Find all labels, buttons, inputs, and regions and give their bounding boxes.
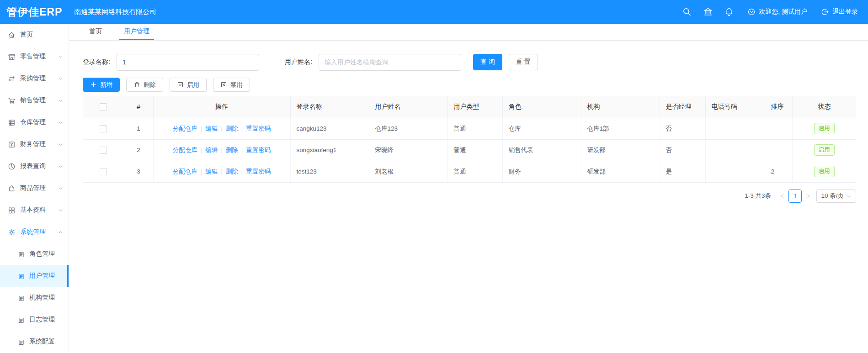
sidebar-item-6[interactable]: 财务管理 (0, 133, 69, 155)
sidebar-item-9[interactable]: 基本资料 (0, 199, 69, 221)
cell-is-manager: 是 (660, 161, 705, 182)
row-checkbox[interactable] (100, 125, 107, 132)
sidebar-item-8[interactable]: 商品管理 (0, 177, 69, 199)
sidebar-item-13[interactable]: 机构管理 (0, 287, 69, 309)
topbar: 管伊佳ERP 南通某某网络科技有限公司 欢迎您, 测试用户 退出登录 (0, 0, 868, 24)
tab-bar: 首页用户管理 (69, 24, 868, 41)
query-button[interactable]: 查 询 (473, 54, 502, 70)
op-重置密码[interactable]: 重置密码 (246, 125, 271, 132)
content: 登录名称: 用户姓名: 查 询 重 置 新增 删除 启用 禁用 (69, 41, 868, 203)
op-编辑[interactable]: 编辑 (205, 147, 218, 153)
chevron-down-icon (58, 120, 63, 125)
enable-label: 启用 (187, 81, 199, 89)
add-button[interactable]: 新增 (83, 78, 120, 92)
row-index: 1 (124, 118, 153, 139)
op-编辑[interactable]: 编辑 (205, 125, 218, 132)
cell-role: 财务 (502, 161, 581, 182)
op-删除[interactable]: 删除 (226, 168, 238, 175)
disable-button[interactable]: 禁用 (213, 78, 250, 92)
page-size-select[interactable]: 10 条/页 (816, 190, 856, 203)
tab-1[interactable]: 首页 (85, 24, 107, 40)
op-separator: | (201, 168, 202, 175)
cell-sort (765, 118, 792, 139)
column-header-6: 角色 (502, 96, 581, 118)
column-header-1: # (124, 96, 153, 118)
sidebar-item-label: 仓库管理 (20, 118, 46, 126)
bell-icon[interactable] (724, 7, 734, 16)
sidebar-item-11[interactable]: 角色管理 (0, 243, 69, 265)
x-square-icon (220, 81, 227, 88)
sidebar-item-label: 系统管理 (20, 228, 46, 236)
sidebar-item-14[interactable]: 日志管理 (0, 309, 69, 331)
op-separator: | (241, 147, 243, 153)
reset-button[interactable]: 重 置 (509, 54, 538, 70)
sidebar-item-label: 商品管理 (20, 184, 46, 192)
chevron-down-icon (58, 208, 63, 213)
current-page-button[interactable]: 1 (788, 190, 802, 203)
row-operations: 分配仓库|编辑|删除|重置密码 (153, 118, 290, 139)
sidebar-item-5[interactable]: 仓库管理 (0, 111, 69, 133)
sidebar-item-1[interactable]: 首页 (0, 24, 69, 46)
pagination-total: 1-3 共3条 (745, 192, 771, 200)
sidebar-item-label: 基本资料 (20, 206, 46, 214)
op-分配仓库[interactable]: 分配仓库 (173, 125, 197, 132)
delete-button[interactable]: 删除 (126, 78, 163, 92)
sidebar-item-label: 采购管理 (20, 74, 46, 83)
user-menu[interactable]: 欢迎您, 测试用户 (747, 8, 807, 16)
sidebar-item-15[interactable]: 系统配置 (0, 331, 69, 353)
report-icon (8, 163, 16, 170)
sidebar-item-label: 机构管理 (29, 294, 55, 302)
basic-icon (8, 206, 16, 214)
tab-2[interactable]: 用户管理 (119, 24, 154, 40)
cell-login-name: test123 (290, 161, 369, 182)
doc-icon (18, 273, 25, 279)
row-checkbox[interactable] (100, 168, 107, 175)
add-label: 新增 (100, 81, 112, 89)
search-icon[interactable] (682, 7, 692, 16)
doc-icon (18, 251, 25, 258)
cell-is-manager: 否 (660, 118, 705, 139)
logout-button[interactable]: 退出登录 (821, 8, 858, 16)
next-page-button[interactable]: > (804, 192, 813, 200)
doc-icon (18, 338, 25, 345)
sidebar-item-3[interactable]: 采购管理 (0, 68, 69, 90)
chevron-down-icon (58, 54, 63, 59)
cart-icon (8, 97, 16, 105)
bank-icon[interactable] (703, 7, 713, 16)
chevron-down-icon (58, 186, 63, 191)
row-select (83, 118, 124, 139)
op-重置密码[interactable]: 重置密码 (246, 168, 271, 175)
sidebar-item-12[interactable]: 用户管理 (0, 265, 69, 287)
row-checkbox[interactable] (100, 147, 107, 154)
op-separator: | (241, 168, 243, 175)
sidebar-item-label: 零售管理 (20, 53, 46, 61)
disable-label: 禁用 (230, 81, 243, 89)
cell-user-name: 宋晓锋 (369, 139, 447, 161)
exchange-icon (8, 75, 16, 83)
cell-user-type: 普通 (447, 139, 502, 161)
sidebar-item-2[interactable]: 零售管理 (0, 46, 69, 68)
login-name-label: 登录名称: (83, 58, 110, 66)
enable-button[interactable]: 启用 (170, 78, 207, 92)
op-分配仓库[interactable]: 分配仓库 (173, 168, 197, 175)
select-all-checkbox[interactable] (100, 103, 107, 111)
op-分配仓库[interactable]: 分配仓库 (173, 147, 197, 153)
op-重置密码[interactable]: 重置密码 (246, 147, 271, 153)
finance-icon (8, 141, 16, 148)
op-separator: | (201, 125, 202, 132)
prev-page-button[interactable]: < (777, 192, 787, 200)
row-index: 2 (124, 139, 153, 161)
trash-icon (133, 81, 140, 88)
sidebar-item-7[interactable]: 报表查询 (0, 155, 69, 177)
login-name-input[interactable] (117, 54, 259, 71)
row-select (83, 139, 124, 161)
sidebar-item-4[interactable]: 销售管理 (0, 90, 69, 111)
user-name-label: 用户姓名: (285, 58, 312, 66)
user-name-input[interactable] (319, 54, 461, 71)
sidebar-item-label: 系统配置 (29, 337, 55, 346)
chevron-down-icon (58, 142, 63, 147)
op-删除[interactable]: 删除 (226, 125, 238, 132)
op-编辑[interactable]: 编辑 (205, 168, 218, 175)
sidebar-item-10[interactable]: 系统管理 (0, 221, 69, 243)
op-删除[interactable]: 删除 (226, 147, 238, 153)
